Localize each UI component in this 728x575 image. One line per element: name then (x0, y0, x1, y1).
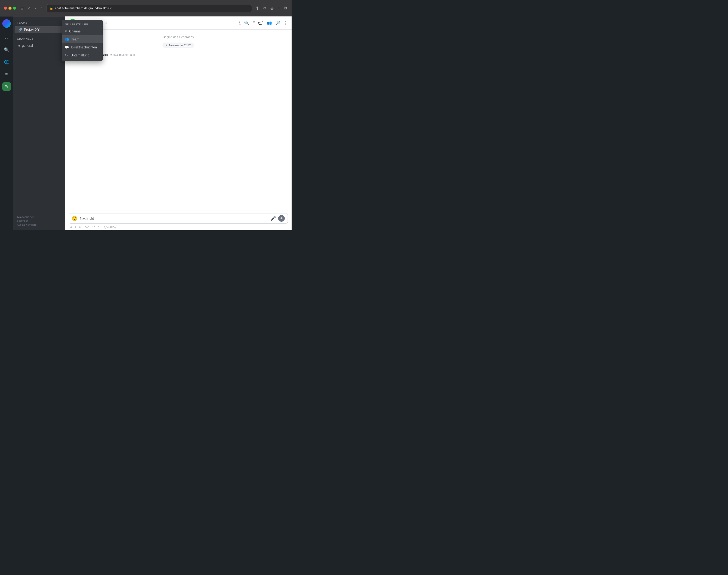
dropdown-item-direct[interactable]: 💬 Direktnachrichten (62, 43, 103, 51)
dropdown-item-discussion[interactable]: 🗨 Unterhaltung (62, 51, 103, 59)
sidebar: Teams 🔗 Projekt XY Channels # general Ak… (13, 16, 65, 230)
redo-toolbar-button[interactable]: ↪ (98, 225, 101, 229)
sidebar-item-projekt-xy-label: Projekt XY (24, 28, 39, 32)
chat-input-area: 🙂 🎤 + B I S </> ↩ ↪ \[KaTeX\] (65, 210, 292, 230)
dropdown-menu: NEU ERSTELLEN # Channel 👥 Team 💬 Direktn… (62, 20, 103, 61)
dropdown-item-channel[interactable]: # Channel (62, 27, 103, 35)
url-text: chat.adbk-nuernberg.de/group/Projekt-XY (55, 6, 112, 10)
discussion-icon: 🗨 (65, 54, 68, 57)
channel-create-icon: # (65, 29, 67, 33)
dropdown-item-direct-label: Direktnachrichten (71, 45, 97, 49)
conversation-start-text: Beginn des Gesprächs (163, 35, 194, 39)
katex-toolbar-button[interactable]: \[KaTeX\] (104, 225, 117, 229)
conversation-date: 7. November 2022 (163, 42, 194, 48)
browser-actions: ⬆ ↻ ⊕ + ⧉ (255, 5, 288, 12)
teams-section-label: Teams (13, 20, 65, 25)
tab-grid-icon[interactable]: ⊞ (19, 5, 25, 11)
info-icon[interactable]: ℹ (239, 21, 241, 26)
header-actions: ℹ 🔍 # 💬 👥 🔎 ⋮ (239, 21, 288, 26)
browser-navigation: ⊞ ⌂ ‹ › (19, 5, 44, 11)
message-handle: @maxi.mustermann (109, 53, 135, 57)
dropdown-item-discussion-label: Unterhaltung (70, 54, 89, 57)
app-logo[interactable] (2, 19, 11, 28)
footer-line3: Künste Nürnberg (17, 223, 36, 226)
channel-star-icon[interactable]: ☆ (105, 21, 108, 25)
footer-bold: Akademie (17, 215, 29, 218)
general-channel-icon: # (18, 44, 20, 47)
footer-rest: der (29, 215, 34, 218)
microphone-icon[interactable]: 🎤 (271, 216, 276, 221)
message-content: Maxi Mustermann @maxi.mustermann Hallo W… (80, 53, 288, 62)
add-attachment-button[interactable]: + (278, 215, 285, 222)
direct-message-icon: 💬 (65, 45, 69, 49)
dropdown-item-team[interactable]: 👥 Team (62, 35, 103, 43)
sidebar-footer: Akademie der Bildenden Künste Nürnberg (17, 215, 36, 227)
nav-forward-icon[interactable]: › (40, 5, 44, 11)
downloads-icon[interactable]: ⊕ (269, 5, 275, 12)
more-options-icon[interactable]: ⋮ (284, 21, 288, 26)
search-nav-item[interactable]: 🔍 (2, 45, 11, 54)
maximize-button[interactable] (13, 7, 16, 10)
sidebar-item-general[interactable]: # general (14, 42, 64, 49)
dropdown-item-channel-label: Channel (69, 29, 81, 33)
minimize-button[interactable] (8, 7, 11, 10)
message-text: Hallo Welt (80, 57, 288, 62)
chat-input-box: 🙂 🎤 + (69, 213, 288, 224)
tabs-icon[interactable]: ⧉ (283, 5, 288, 11)
search-alt-icon[interactable]: 🔎 (275, 21, 280, 26)
address-bar[interactable]: 🔒 chat.adbk-nuernberg.de/group/Projekt-X… (46, 4, 252, 12)
close-button[interactable] (4, 7, 7, 10)
nav-back-icon[interactable]: ‹ (34, 5, 38, 11)
share-icon[interactable]: ⬆ (255, 5, 260, 12)
dropdown-header: NEU ERSTELLEN (62, 22, 103, 27)
italic-toolbar-button[interactable]: I (75, 225, 76, 229)
chat-icon[interactable]: 💬 (258, 21, 263, 26)
compose-nav-item[interactable]: ✎ (2, 82, 11, 91)
footer-line2: Bildenden (17, 219, 28, 222)
traffic-lights (4, 7, 16, 10)
refresh-icon[interactable]: ↻ (262, 5, 267, 12)
code-toolbar-button[interactable]: </> (85, 225, 89, 229)
projekt-xy-icon: 🔗 (18, 28, 22, 32)
dropdown-item-team-label: Team (71, 37, 79, 41)
sidebar-item-general-label: general (22, 44, 33, 47)
list-nav-item[interactable]: ≡ (2, 70, 11, 78)
browser-chrome: ⊞ ⌂ ‹ › 🔒 chat.adbk-nuernberg.de/group/P… (0, 0, 292, 16)
sidebar-item-projekt-xy[interactable]: 🔗 Projekt XY (14, 26, 64, 33)
app-container: ⌂ 🔍 🌐 ≡ ✎ Teams 🔗 Projekt XY Channels # … (0, 16, 292, 230)
nav-home-icon[interactable]: ⌂ (27, 5, 32, 11)
bold-toolbar-button[interactable]: B (70, 225, 72, 229)
message-meta: Maxi Mustermann @maxi.mustermann (80, 53, 288, 57)
strikethrough-toolbar-button[interactable]: S (79, 225, 81, 229)
search-header-icon[interactable]: 🔍 (244, 21, 249, 26)
chat-toolbar: B I S </> ↩ ↪ \[KaTeX\] (69, 224, 288, 229)
emoji-icon[interactable]: 🙂 (72, 215, 77, 221)
undo-toolbar-button[interactable]: ↩ (92, 225, 95, 229)
members-icon[interactable]: 👥 (267, 21, 272, 26)
new-tab-icon[interactable]: + (276, 5, 281, 11)
chat-input-field[interactable] (80, 216, 268, 220)
home-nav-item[interactable]: ⌂ (2, 33, 11, 42)
hashtag-icon[interactable]: # (253, 21, 255, 25)
lock-icon: 🔒 (49, 7, 53, 10)
channels-section-label: Channels (13, 36, 65, 41)
icon-bar: ⌂ 🔍 🌐 ≡ ✎ (0, 16, 13, 230)
globe-nav-item[interactable]: 🌐 (2, 58, 11, 66)
team-create-icon: 👥 (65, 37, 69, 41)
